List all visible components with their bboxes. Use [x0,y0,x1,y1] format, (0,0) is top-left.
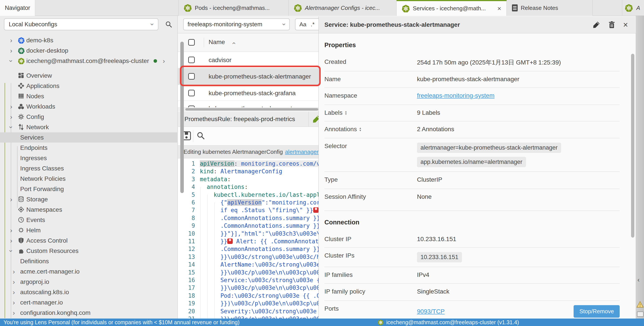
sidebar-item-services[interactable]: Services [0,132,178,142]
sidebar-scrollbar[interactable] [180,16,184,318]
partial-tab[interactable]: A [622,0,644,16]
sidebar-item-label: Helm [26,227,40,234]
chevron-down-icon[interactable]: › [8,250,14,252]
sidebar-item-ingress-classes[interactable]: Ingress Classes [0,163,178,174]
shield-icon [18,237,24,244]
kubernetes-icon [18,37,24,44]
chevron-right-icon[interactable]: › [10,227,12,234]
sidebar-item-network[interactable]: ›Network [0,122,178,132]
sidebar-item-config[interactable]: ›Config [0,112,178,122]
chevron-left-icon[interactable]: ‹ [638,276,640,284]
sidebar-item-label: argoproj.io [20,278,49,286]
sort-asc-icon[interactable]: › [230,42,237,44]
row-checkbox[interactable] [188,56,195,63]
chevron-right-icon[interactable]: › [13,299,15,306]
sidebar-item-overview[interactable]: Overview [0,70,178,81]
scrollbar-thumb[interactable] [185,108,318,110]
chevron-right-icon[interactable]: › [10,37,12,44]
match-case-option[interactable]: Aa [300,21,306,28]
name-column-header[interactable]: Name [208,38,225,46]
close-icon[interactable]: × [496,5,502,12]
network-icon [18,124,24,130]
sidebar-item-argoproj-io[interactable]: ›argoproj.io [0,277,178,287]
select-all-checkbox[interactable] [188,39,195,46]
sidebar-item-events[interactable]: Events [0,215,178,225]
sort-toggle-icon[interactable]: ▴▾ [345,110,347,115]
sidebar-item-label: Applications [26,82,60,90]
close-icon[interactable]: × [623,20,628,29]
sidebar-item-cert-manager-io[interactable]: ›cert-manager.io [0,297,178,308]
editing-text: Editing kubernetes AlertmanagerConfig [184,148,283,155]
chevron-right-icon[interactable]: › [10,103,12,110]
sidebar-item-demo-k8s[interactable]: ›demo-k8s [0,35,178,46]
sidebar-item-nodes[interactable]: Nodes [0,91,178,101]
sidebar-item-icecheng-mathmast-com-freeleap[interactable]: ›icecheng@mathmast.com@freeleaps-cluster… [0,56,178,66]
code-text: .CommonAnnotations.summary }}- [200,222,324,229]
property-value: 10.233.16.151 [417,236,456,243]
sidebar-item-ingresses[interactable]: Ingresses [0,153,178,163]
chevron-right-icon[interactable]: › [163,58,165,64]
property-value: ClusterIP [417,176,442,183]
tab-services-icecheng-math-[interactable]: Services - icecheng@math...× [396,0,507,16]
namespace-select[interactable]: freeleaps-monitoring-system › [183,18,290,30]
namespace-select-value: freeleaps-monitoring-system [188,21,262,28]
code-text: metadata: [200,176,231,182]
chevron-right-icon[interactable]: › [13,310,15,316]
sidebar-item-applications[interactable]: Applications [0,81,178,91]
service-name: kube-prometheus-stack-grafana [208,90,296,97]
sidebar-item-label: Network Policies [20,175,66,182]
value-badge[interactable]: app.kubernetes.io/name=alertmanager [417,157,526,167]
sidebar-item-namespaces[interactable]: Namespaces [0,204,178,215]
chevron-right-icon[interactable]: › [10,237,12,244]
delete-trash-icon[interactable] [608,21,616,29]
row-checkbox[interactable] [188,106,195,108]
search-icon[interactable] [196,131,205,140]
sidebar-item-docker-desktop[interactable]: ›docker-desktop [0,46,178,56]
sidebar-item-endpoints[interactable]: Endpoints [0,142,178,153]
chevron-right-icon[interactable]: › [10,114,12,120]
sidebar-item-helm[interactable]: ›Helm [0,225,178,236]
chevron-down-icon[interactable]: › [8,60,14,62]
sidebar-item-definitions[interactable]: Definitions [0,256,178,266]
chevron-right-icon[interactable]: › [13,289,15,296]
code-text: }})\u003c/p\u003e\n\u003cp\u00 [200,300,324,307]
chevron-right-icon[interactable]: › [10,48,12,54]
tab-alertmanager-configs-ice[interactable]: Alertmanager Configs - icec... [289,0,396,16]
scrollbar-thumb[interactable] [180,42,184,193]
chevron-right-icon[interactable]: › [13,278,15,285]
drawer-scrollbar[interactable] [630,34,635,326]
scrollbar-thumb[interactable] [631,54,634,238]
code-text: }} Alert: {{ .CommonAnnotati [200,238,322,244]
alarm-emoji [313,207,319,213]
sidebar-item-autoscaling-k8s-io[interactable]: ›autoscaling.k8s.io [0,287,178,297]
sidebar-item-acme-cert-manager-io[interactable]: ›acme.cert-manager.io [0,266,178,277]
tab-pods-icecheng-mathmas-[interactable]: Pods - icecheng@mathmas... [178,0,289,16]
kubeconfig-select[interactable]: Local Kubeconfigs › [4,18,158,30]
stop-remove-button[interactable]: Stop/Remove [574,305,620,318]
sidebar-item-port-forwarding[interactable]: Port Forwarding [0,184,178,194]
property-label: Annotations [324,126,357,133]
kubernetes-icon [378,320,384,325]
sidebar-item-custom-resources[interactable]: ›Custom Resources [0,246,178,256]
value-badge[interactable]: alertmanager=kube-prometheus-stack-alert… [417,142,561,153]
edit-pencil-icon[interactable] [592,21,600,29]
alertmanager-link[interactable]: alertmanager [285,148,318,155]
chevron-down-icon[interactable]: › [8,126,14,128]
kubernetes-icon [184,4,192,12]
sidebar-item-storage[interactable]: ›Storage [0,194,178,204]
regex-option[interactable]: .* [311,21,314,28]
port-link[interactable]: 9093/TCP [417,308,444,315]
namespace-link[interactable]: freeleaps-monitoring-system [417,92,494,99]
row-checkbox[interactable] [188,90,195,96]
active-cluster-label[interactable]: icecheng@mathmast.com@freeleaps-cluster … [386,319,519,326]
value-badge[interactable]: 10.233.16.151 [417,252,462,262]
sort-toggle-icon[interactable]: ▴▾ [360,127,361,132]
tab-release-notes[interactable]: Release Notes [507,0,593,16]
sidebar-item-network-policies[interactable]: Network Policies [0,174,178,184]
sidebar-item-configuration-konghq-com[interactable]: ›configuration.konghq.com [0,308,178,318]
sidebar-item-access-control[interactable]: ›Access Control [0,236,178,246]
search-icon[interactable] [165,20,172,28]
chevron-right-icon[interactable]: › [13,268,15,275]
sidebar-item-workloads[interactable]: ›Workloads [0,101,178,112]
chevron-right-icon[interactable]: › [10,196,12,203]
